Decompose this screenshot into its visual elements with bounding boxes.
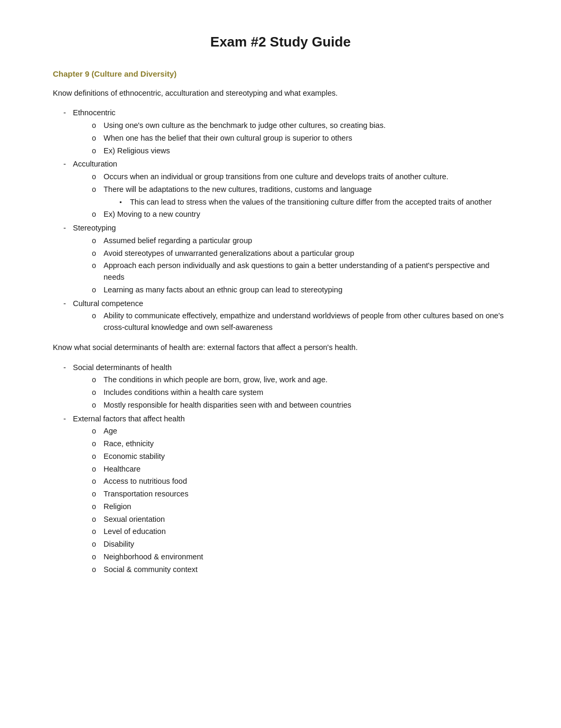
intro-text-2: Know what social determinants of health … bbox=[53, 342, 508, 354]
intro-text-1: Know definitions of ethnocentric, accult… bbox=[53, 88, 508, 99]
list-item-acculturation: Acculturation Occurs when an individual … bbox=[63, 159, 508, 220]
list-item-ethnocentric: Ethnocentric Using one's own culture as … bbox=[63, 107, 508, 156]
list-item: Age bbox=[92, 426, 508, 437]
list-item: Ex) Religious views bbox=[92, 145, 508, 157]
list-item: Level of education bbox=[92, 526, 508, 538]
term-stereotyping: Stereotyping bbox=[73, 224, 116, 232]
list-item: There will be adaptations to the new cul… bbox=[92, 184, 508, 208]
list-item: Religion bbox=[92, 501, 508, 513]
term-social-determinants: Social determinants of health bbox=[73, 363, 172, 372]
list-item: Ex) Moving to a new country bbox=[92, 209, 508, 220]
chapter-heading: Chapter 9 (Culture and Diversity) bbox=[53, 68, 508, 80]
list-item-cultural-competence: Cultural competence Ability to communica… bbox=[63, 298, 508, 334]
term-acculturation: Acculturation bbox=[73, 160, 117, 168]
list-item: The conditions in which people are born,… bbox=[92, 374, 508, 386]
list-item: Avoid stereotypes of unwarranted general… bbox=[92, 248, 508, 260]
list-item: Assumed belief regarding a particular gr… bbox=[92, 235, 508, 247]
list-item: Using one's own culture as the benchmark… bbox=[92, 120, 508, 132]
list-item: Economic stability bbox=[92, 451, 508, 463]
term-cultural-competence: Cultural competence bbox=[73, 299, 143, 308]
list-item: Neighborhood & environment bbox=[92, 551, 508, 563]
list-item: Includes conditions within a health care… bbox=[92, 387, 508, 399]
list-item: Mostly responsible for health disparitie… bbox=[92, 400, 508, 411]
list-item: Ability to communicate effectively, empa… bbox=[92, 310, 508, 334]
list-item: Learning as many facts about an ethnic g… bbox=[92, 284, 508, 296]
list-item-social-community-context: Social & community context bbox=[92, 564, 508, 576]
list-item: Transportation resources bbox=[92, 489, 508, 500]
term-external-factors: External factors that affect health bbox=[73, 414, 185, 423]
list-item: When one has the belief that their own c… bbox=[92, 133, 508, 144]
list-item: Occurs when an individual or group trans… bbox=[92, 171, 508, 183]
list-item-access-nutritious-food: Access to nutritious food bbox=[92, 476, 508, 487]
list-item: Approach each person individually and as… bbox=[92, 260, 508, 283]
list-item: Healthcare bbox=[92, 464, 508, 475]
list-item-external-factors: External factors that affect health Age … bbox=[63, 413, 508, 576]
list-item-social-determinants: Social determinants of health The condit… bbox=[63, 362, 508, 411]
list-item-stereotyping: Stereotyping Assumed belief regarding a … bbox=[63, 223, 508, 296]
page-title: Exam #2 Study Guide bbox=[53, 32, 508, 52]
list-item-sub: This can lead to stress when the values … bbox=[119, 197, 508, 208]
term-ethnocentric: Ethnocentric bbox=[73, 108, 116, 117]
list-item: Disability bbox=[92, 539, 508, 550]
list-item-sexual-orientation: Sexual orientation bbox=[92, 514, 508, 526]
list-item: Race, ethnicity bbox=[92, 438, 508, 450]
